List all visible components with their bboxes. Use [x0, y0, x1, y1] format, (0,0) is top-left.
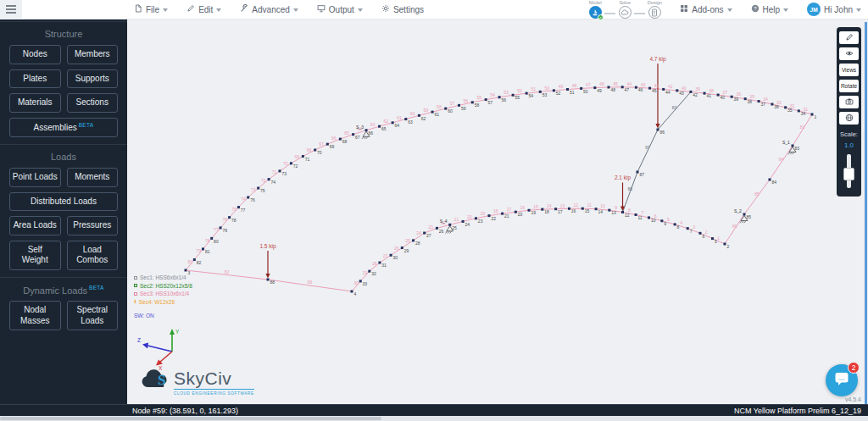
structure-node[interactable] [401, 247, 403, 249]
structure-node[interactable] [302, 155, 304, 158]
model-canvas[interactable]: 8079787776757473727170696867666564636261… [127, 19, 868, 404]
sidebar-button-members[interactable]: Members [67, 45, 119, 64]
sidebar-button-spectral-loads[interactable]: Spectral Loads [67, 301, 119, 330]
structure-node[interactable] [257, 187, 259, 190]
hamburger-button[interactable] [0, 0, 22, 19]
structure-node[interactable] [378, 262, 381, 264]
menu-edit[interactable]: Edit [186, 4, 221, 14]
scale-slider-thumb[interactable] [843, 168, 854, 180]
sidebar-button-pressures[interactable]: Pressures [67, 216, 119, 235]
help-button[interactable]: ? Help [751, 4, 789, 14]
structure-node[interactable] [608, 209, 610, 212]
structure-node[interactable] [593, 86, 596, 89]
structure-node[interactable] [290, 162, 292, 164]
structure-node[interactable] [326, 143, 329, 146]
structure-node[interactable] [769, 179, 771, 181]
member[interactable] [793, 114, 812, 146]
structure-node[interactable] [267, 279, 270, 281]
structure-node[interactable] [359, 280, 362, 282]
structure-node[interactable] [676, 89, 678, 91]
member[interactable] [744, 180, 770, 214]
addons-button[interactable]: Add-ons [680, 4, 732, 14]
pencil-tool-button[interactable] [839, 31, 859, 44]
menu-settings[interactable]: Settings [381, 4, 424, 14]
point-load[interactable] [620, 182, 625, 211]
structure-node[interactable] [581, 208, 584, 210]
sidebar-button-assemblies[interactable]: AssembliesBETA [9, 118, 118, 138]
structure-node[interactable] [635, 213, 637, 216]
structure-node[interactable] [528, 209, 531, 212]
structure-node[interactable] [339, 138, 342, 141]
render-tool-button[interactable] [839, 112, 859, 125]
structure-node[interactable] [501, 213, 504, 215]
structure-node[interactable] [352, 133, 354, 136]
eye-tool-button[interactable] [839, 47, 859, 60]
structure-node[interactable] [541, 208, 543, 211]
structure-node[interactable] [698, 232, 701, 235]
structure-node[interactable] [278, 169, 281, 172]
scale-slider[interactable] [847, 154, 851, 188]
sidebar-button-plates[interactable]: Plates [9, 69, 61, 89]
structure-node[interactable] [784, 106, 787, 108]
stepper-model-button[interactable]: Model [583, 0, 607, 19]
structure-node[interactable] [731, 96, 733, 98]
structure-node[interactable] [771, 103, 773, 106]
structure-node[interactable] [368, 270, 370, 273]
stepper-solve-button[interactable]: Solve [613, 0, 637, 19]
chat-button[interactable]: 2 [826, 364, 858, 396]
sidebar-button-sections[interactable]: Sections [67, 93, 119, 113]
member[interactable] [770, 146, 793, 180]
structure-node[interactable] [390, 254, 392, 257]
structure-node[interactable] [635, 86, 637, 89]
member[interactable] [725, 214, 744, 244]
sidebar-button-moments[interactable]: Moments [67, 168, 119, 187]
structure-node[interactable] [621, 86, 624, 88]
sidebar-button-distributed-loads[interactable]: Distributed Loads [9, 192, 118, 212]
structure-node[interactable] [365, 129, 368, 131]
structure-node[interactable] [193, 258, 196, 261]
structure-node[interactable] [744, 97, 747, 100]
structure-node[interactable] [580, 87, 582, 90]
structure-node[interactable] [724, 243, 726, 246]
structure-node[interactable] [487, 214, 490, 217]
structure-node[interactable] [568, 208, 570, 210]
structure-node[interactable] [210, 237, 213, 240]
user-menu[interactable]: JM Hi John [807, 3, 861, 16]
structure-node[interactable] [526, 92, 528, 95]
sidebar-button-point-loads[interactable]: Point Loads [9, 168, 61, 187]
structure-node[interactable] [247, 196, 249, 198]
structure-node[interactable] [458, 104, 460, 107]
structure-node[interactable] [220, 226, 222, 229]
sidebar-button-supports[interactable]: Supports [67, 69, 119, 89]
structure-node[interactable] [351, 291, 353, 293]
scrollbar-thumb[interactable] [0, 417, 381, 420]
structure-node[interactable] [704, 92, 706, 95]
structure-node[interactable] [512, 94, 515, 97]
structure-node[interactable] [554, 208, 557, 210]
structure-node[interactable] [475, 217, 477, 219]
sidebar-button-load-combos[interactable]: Load Combos [67, 241, 119, 270]
structure-node[interactable] [621, 211, 624, 213]
structure-node[interactable] [268, 178, 270, 180]
structure-node[interactable] [648, 87, 651, 90]
structure-node[interactable] [202, 247, 204, 250]
structure-node[interactable] [485, 98, 487, 101]
sidebar-button-materials[interactable]: Materials [9, 93, 61, 113]
camera-tool-button[interactable] [839, 96, 859, 108]
stepper-design-button[interactable]: Design [643, 0, 666, 19]
structure-node[interactable] [431, 111, 434, 114]
member[interactable] [658, 91, 691, 130]
structure-node[interactable] [436, 227, 438, 230]
structure-node[interactable] [660, 219, 663, 222]
structure-node[interactable] [657, 129, 659, 131]
structure-node[interactable] [811, 114, 814, 116]
horizontal-scrollbar[interactable] [0, 416, 868, 421]
sidebar-button-nodes[interactable]: Nodes [9, 45, 61, 64]
structure-node[interactable] [228, 216, 231, 219]
structure-node[interactable] [423, 232, 426, 235]
structure-node[interactable] [743, 213, 746, 216]
structure-node[interactable] [237, 206, 240, 208]
structure-node[interactable] [608, 86, 610, 88]
structure-node[interactable] [674, 223, 676, 225]
structure-node[interactable] [648, 216, 650, 219]
